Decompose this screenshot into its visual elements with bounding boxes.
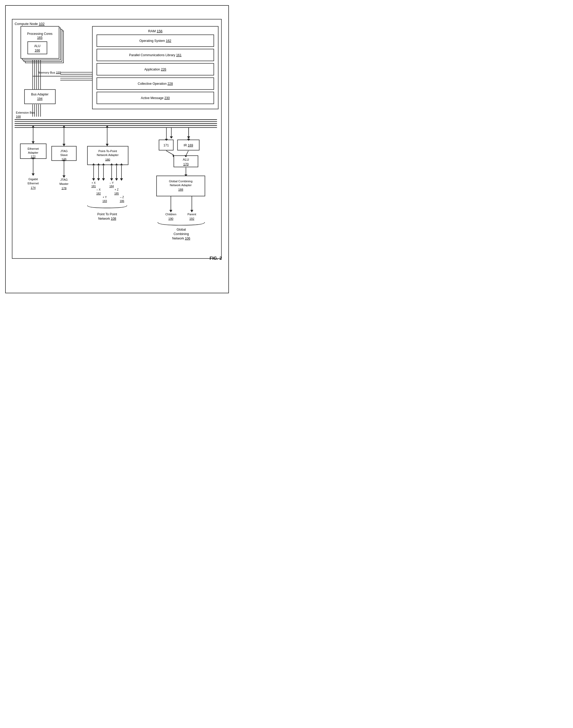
ethernet-adapter-label: Ethernet bbox=[28, 147, 39, 150]
pcl-label: Parallel Communications Library 161 bbox=[129, 53, 181, 57]
plus-z-number: 185 bbox=[114, 192, 119, 195]
bus-adapter-number: 194 bbox=[37, 97, 43, 101]
jtag-slave-label2: Slave bbox=[60, 153, 68, 157]
svg-marker-65 bbox=[115, 178, 118, 181]
gcn-network-label2: Combining bbox=[173, 232, 189, 236]
extension-bus-label: Extension Bus bbox=[16, 111, 35, 114]
svg-marker-68 bbox=[120, 178, 123, 181]
svg-marker-46 bbox=[62, 175, 65, 178]
plus-x-number: 181 bbox=[91, 185, 96, 188]
svg-marker-56 bbox=[97, 178, 100, 181]
svg-marker-43 bbox=[62, 144, 65, 146]
ptp-network-label2: Network 108 bbox=[98, 217, 116, 221]
gigabit-ethernet-number: 174 bbox=[31, 186, 36, 189]
gcn-network-label3: Network 106 bbox=[172, 237, 190, 240]
svg-marker-89 bbox=[191, 210, 193, 212]
fig-label: FIG. 2 bbox=[210, 256, 222, 261]
gigabit-ethernet-label2: Ethernet bbox=[28, 182, 39, 185]
diagram-svg: Compute Node 102 Processing Cores 165 AL… bbox=[11, 11, 223, 286]
svg-text:188: 188 bbox=[178, 188, 183, 191]
svg-text:171: 171 bbox=[164, 144, 169, 147]
svg-marker-59 bbox=[102, 178, 105, 181]
gcn-network-label: Global bbox=[176, 228, 186, 231]
active-message-label: Active Message 230 bbox=[141, 96, 170, 100]
minus-z-number: 186 bbox=[120, 200, 124, 203]
ram-label: RAM 156 bbox=[148, 29, 162, 33]
alu-main-label: ALU bbox=[34, 44, 41, 48]
processing-cores-label: Processing Cores bbox=[27, 32, 52, 36]
ptp-adapter-number: 180 bbox=[105, 158, 110, 161]
minus-y-label: – Y bbox=[109, 181, 114, 184]
svg-text:170: 170 bbox=[183, 163, 189, 166]
jtag-master-number: 178 bbox=[62, 187, 66, 190]
minus-z-label: – Z bbox=[120, 196, 124, 199]
svg-marker-62 bbox=[110, 178, 113, 181]
os-label: Operating System 162 bbox=[140, 39, 171, 43]
svg-text:ALU: ALU bbox=[183, 158, 189, 161]
minus-x-number: 182 bbox=[96, 192, 101, 195]
compute-node-label: Compute Node 102 bbox=[14, 22, 45, 26]
parent-label: Parent bbox=[188, 213, 196, 216]
plus-y-label: + Y bbox=[103, 196, 107, 199]
ptp-adapter-label: Point-To-Point bbox=[98, 150, 117, 153]
ptp-network-label: Point To Point bbox=[97, 212, 117, 216]
collective-op-label: Collective Operation 228 bbox=[138, 82, 173, 86]
children-label: Children bbox=[165, 213, 176, 216]
svg-text:Network Adapter: Network Adapter bbox=[170, 183, 192, 187]
extension-bus-number: 168 bbox=[16, 115, 21, 118]
plus-y-number: 183 bbox=[102, 200, 107, 203]
parent-number: 192 bbox=[189, 217, 194, 220]
gigabit-ethernet-label: Gigabit bbox=[29, 178, 38, 181]
jtag-master-label2: Master bbox=[60, 182, 69, 185]
jtag-slave-label: JTAG bbox=[60, 150, 68, 153]
svg-text:IR  169: IR 169 bbox=[184, 144, 193, 147]
processing-cores-number: 165 bbox=[37, 36, 43, 40]
svg-rect-23 bbox=[24, 90, 55, 104]
minus-x-label: – X bbox=[97, 188, 101, 191]
svg-marker-50 bbox=[106, 144, 108, 146]
bus-adapter-label: Bus Adapter bbox=[31, 93, 48, 96]
alu-main-number: 166 bbox=[35, 49, 40, 52]
svg-marker-39 bbox=[32, 173, 35, 176]
page: Compute Node 102 Processing Cores 165 AL… bbox=[5, 5, 229, 293]
children-number: 190 bbox=[168, 217, 173, 220]
svg-marker-86 bbox=[169, 210, 172, 212]
svg-marker-36 bbox=[32, 142, 35, 144]
svg-text:Global Combining: Global Combining bbox=[169, 180, 193, 183]
plus-x-label: + X bbox=[92, 181, 96, 184]
ptp-adapter-label2: Network Adapter bbox=[97, 153, 119, 157]
minus-y-number: 184 bbox=[109, 185, 114, 188]
svg-marker-53 bbox=[92, 178, 95, 181]
ethernet-adapter-label2: Adapter bbox=[28, 151, 38, 154]
jtag-master-label: JTAG bbox=[60, 178, 68, 181]
application-label: Application 226 bbox=[144, 68, 166, 71]
plus-z-label: + Z bbox=[114, 188, 119, 191]
memory-bus-label: Memory Bus 155 bbox=[39, 71, 61, 74]
